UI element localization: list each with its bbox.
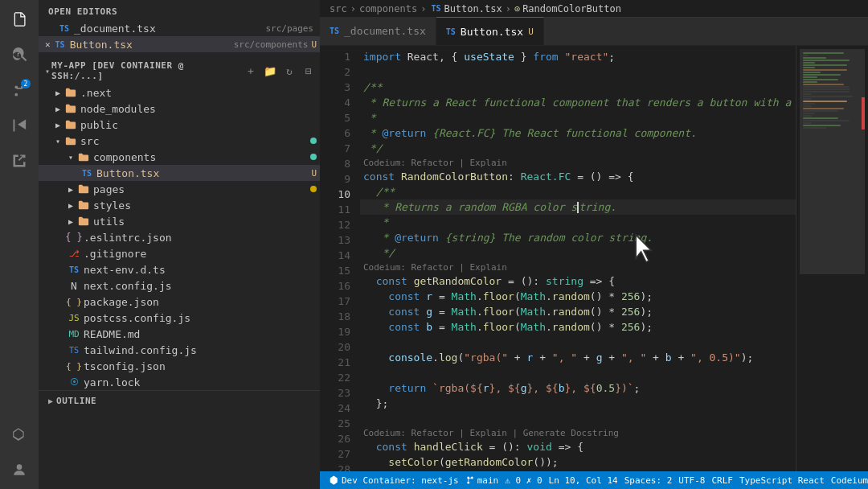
eslint-label: .eslintrc.json [84,232,320,244]
tab-document[interactable]: TS _document.tsx [320,17,436,45]
open-editor-button[interactable]: ✕ TS Button.tsx src/components U [39,36,320,52]
tree-item-gitignore[interactable]: ⎇ .gitignore [39,245,320,261]
code-editor[interactable]: 1234567 89101112 131415161718 1920212223… [320,46,868,471]
tab-modified-indicator: U [528,27,534,37]
tree-item-components[interactable]: ▾ components [39,149,320,165]
spacer2 [55,247,68,260]
tree-item-next[interactable]: ▶ .next [39,84,320,101]
src-folder-icon [64,134,77,147]
tab-document-label: _document.tsx [344,25,426,37]
readme-icon: MD [68,327,80,340]
status-spaces[interactable]: Spaces: 2 [621,475,676,486]
code-area: 1234567 89101112 131415161718 1920212223… [320,46,868,471]
run-debug-icon[interactable] [6,113,32,138]
status-git[interactable]: main [462,471,502,489]
code-line-7: */ [360,141,796,156]
code-line-22: }; [360,396,796,411]
tree-item-readme[interactable]: MD README.md [39,326,320,342]
chevron-right-styles-icon: ▶ [64,199,77,212]
button-tsx-icon: TS [80,166,93,179]
spacer6 [55,311,68,324]
tree-item-yarn[interactable]: ⦿ yarn.lock [39,374,320,390]
outline-toggle[interactable]: ▶ OUTLINE [48,396,310,406]
status-codeium-label: Codeium [831,475,868,486]
components-label: components [93,151,310,163]
open-editor-button-path: src/components [234,39,309,50]
node-modules-label: node_modules [80,103,320,115]
status-codeium[interactable]: Codeium [828,475,868,486]
code-line-14: const getRandomColor = (): string => { [360,273,796,289]
package-label: package.json [84,296,320,308]
refresh-icon[interactable]: ↻ [281,63,297,79]
tree-item-button-tsx[interactable]: TS Button.tsx U [39,165,320,181]
close-button-tab-icon[interactable]: ✕ [45,39,51,50]
explorer-header[interactable]: ▾ MY-APP [DEV CONTAINER @ SSH:/...] + 📁 … [39,57,320,84]
gitignore-label: .gitignore [84,248,320,260]
new-folder-icon[interactable]: 📁 [262,63,278,79]
tree-item-styles[interactable]: ▶ styles [39,197,320,213]
extensions-icon[interactable] [6,148,32,174]
tree-item-postcss[interactable]: JS postcss.config.js [39,310,320,326]
collapse-icon[interactable]: ⊟ [301,63,317,79]
tree-item-src[interactable]: ▾ src [39,133,320,149]
tree-item-pages[interactable]: ▶ pages [39,181,320,197]
open-editor-document-path: src/pages [265,23,313,34]
codeium-hint-14: Codeium: Refactor | Explain [360,261,796,273]
status-eol[interactable]: CRLF [708,475,736,486]
tree-item-node-modules[interactable]: ▶ node_modules [39,101,320,117]
eslint-icon: { } [68,231,80,244]
code-line-17: const b = Math.floor(Math.random() * 256… [360,319,796,335]
outline-chevron-icon: ▶ [48,397,53,405]
source-control-icon[interactable]: 2 [6,77,32,103]
code-content[interactable]: import React, { useState } from "react";… [360,46,796,471]
status-language[interactable]: TypeScript React [736,475,828,486]
code-line-3: /** [360,80,796,95]
search-icon[interactable] [6,42,32,68]
open-editor-document[interactable]: TS _document.tsx src/pages [39,20,320,36]
outline-section[interactable]: ▶ OUTLINE [39,390,320,411]
tree-item-eslint[interactable]: { } .eslintrc.json [39,229,320,245]
code-line-12: * @return {string} The random color stri… [360,230,796,245]
code-line-20 [360,365,796,380]
chevron-down-icon3: ▾ [64,150,77,163]
styles-folder-icon [77,199,90,212]
remote-icon[interactable] [6,421,32,447]
ts-file-icon2: TS [54,38,67,51]
breadcrumb: src › components › TS Button.tsx › ⊙ Ran… [320,0,868,18]
tree-item-tailwind[interactable]: TS tailwind.config.js [39,342,320,358]
chevron-down-icon2: ▾ [51,134,64,147]
status-remote[interactable]: Dev Container: next-js [326,471,462,489]
code-line-19: console.log("rgba(" + r + ", " + g + ", … [360,350,796,365]
next-config-icon: N [68,279,80,292]
tree-item-utils[interactable]: ▶ utils [39,213,320,229]
status-position[interactable]: Ln 10, Col 14 [546,475,621,486]
code-line-13: */ [360,245,796,261]
breadcrumb-ts-icon: TS [429,2,442,15]
code-line-9: /** [360,184,796,199]
status-encoding[interactable]: UTF-8 [675,475,708,486]
account-icon[interactable] [6,457,32,483]
tab-document-icon: TS [330,27,339,35]
tree-item-package[interactable]: { } package.json [39,294,320,310]
code-line-8: const RandomColorButton: React.FC = () =… [360,169,796,184]
tree-item-public[interactable]: ▶ public [39,117,320,133]
code-line-23 [360,411,796,426]
public-label: public [80,119,320,131]
open-editors-section: OPEN EDITORS TS _document.tsx src/pages … [39,0,320,52]
file-tree: ▶ .next ▶ node_modules ▶ public [39,84,320,390]
tree-item-next-config[interactable]: N next.config.js [39,277,320,294]
status-language-label: TypeScript React [739,475,825,486]
new-file-icon[interactable]: + [243,63,259,79]
tree-item-next-env[interactable]: TS next-env.d.ts [39,261,320,277]
tab-button[interactable]: TS Button.tsx U [436,17,544,45]
status-spaces-label: Spaces: 2 [624,475,673,486]
status-errors[interactable]: ⚠ 0 ✗ 0 [502,471,545,489]
files-icon[interactable] [6,6,32,32]
next-folder-label: .next [80,87,320,99]
tree-item-tsconfig[interactable]: { } tsconfig.json [39,358,320,374]
pages-folder-icon [77,183,90,195]
breadcrumb-symbol: RandomColorButton [522,3,621,14]
explorer-section: ▾ MY-APP [DEV CONTAINER @ SSH:/...] + 📁 … [39,57,320,390]
code-line-24: const handleClick = (): void => { [360,439,796,454]
breadcrumb-symbol-icon: ⊙ [514,3,520,14]
